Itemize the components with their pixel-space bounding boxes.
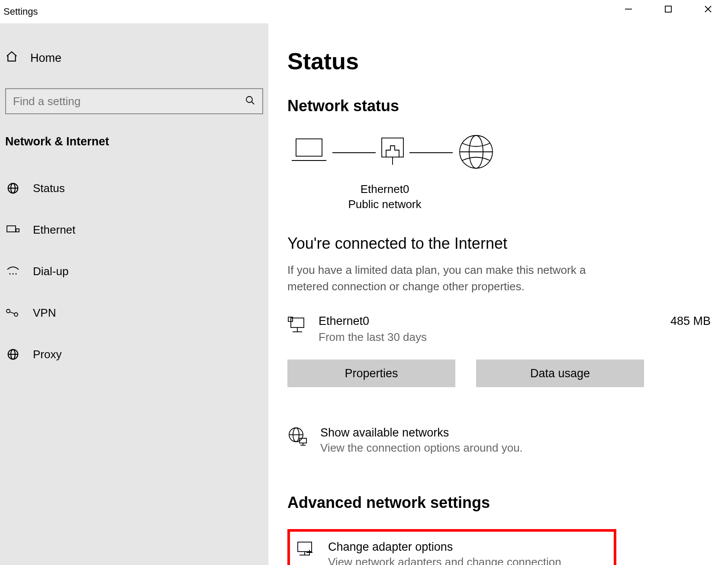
connection-diagram — [287, 132, 711, 173]
show-networks-subtitle: View the connection options around you. — [320, 441, 523, 455]
show-networks-title: Show available networks — [320, 426, 523, 440]
svg-rect-33 — [300, 438, 306, 443]
page-title: Status — [287, 48, 711, 74]
sidebar-item-label: VPN — [33, 306, 56, 320]
connected-heading: You're connected to the Internet — [287, 234, 711, 253]
svg-rect-10 — [16, 229, 19, 232]
svg-rect-21 — [382, 138, 403, 157]
laptop-icon — [287, 135, 331, 171]
sidebar-item-label: Dial-up — [33, 265, 68, 278]
home-icon — [5, 50, 18, 66]
sidebar: Home Network & Internet Status — [0, 23, 268, 565]
properties-button-label: Properties — [345, 367, 398, 380]
search-box[interactable] — [5, 88, 263, 114]
proxy-icon — [5, 348, 21, 361]
globe-icon — [5, 182, 21, 195]
sidebar-section-title: Network & Internet — [5, 135, 268, 148]
adapter-name: Ethernet0 — [319, 315, 670, 328]
sidebar-item-vpn[interactable]: VPN — [0, 297, 268, 328]
svg-rect-9 — [7, 226, 16, 232]
svg-line-5 — [251, 102, 254, 104]
home-label: Home — [30, 51, 61, 65]
connector-line — [332, 152, 376, 153]
ethernet-icon — [5, 225, 21, 235]
search-input[interactable] — [13, 95, 245, 108]
adapter-icon — [287, 315, 319, 337]
window-title: Settings — [0, 6, 38, 17]
main-panel: Status Network status — [268, 23, 728, 565]
internet-globe-icon — [454, 132, 498, 173]
adapter-subtitle: From the last 30 days — [319, 331, 670, 344]
ethernet-port-icon — [377, 135, 408, 171]
dialup-icon — [5, 266, 21, 276]
data-usage-button[interactable]: Data usage — [476, 360, 644, 387]
sidebar-item-label: Status — [33, 182, 65, 195]
svg-line-16 — [10, 312, 15, 314]
svg-rect-20 — [296, 139, 322, 156]
connection-name: Ethernet0 — [222, 183, 547, 196]
advanced-settings-heading: Advanced network settings — [287, 494, 711, 512]
adapter-options-icon — [295, 540, 316, 561]
change-adapter-options[interactable]: Change adapter options View network adap… — [295, 540, 605, 565]
network-status-heading: Network status — [287, 97, 711, 115]
sidebar-item-ethernet[interactable]: Ethernet — [0, 214, 268, 245]
minimize-button[interactable] — [609, 0, 648, 18]
svg-rect-1 — [665, 6, 671, 12]
show-available-networks[interactable]: Show available networks View the connect… — [287, 426, 711, 455]
close-button[interactable] — [688, 0, 728, 18]
sidebar-item-dialup[interactable]: Dial-up — [0, 256, 268, 287]
title-bar: Settings — [0, 0, 728, 23]
sidebar-item-proxy[interactable]: Proxy — [0, 339, 268, 370]
home-nav[interactable]: Home — [0, 45, 268, 71]
change-adapter-subtitle: View network adapters and change connect… — [328, 555, 605, 565]
svg-point-4 — [246, 96, 252, 103]
svg-point-13 — [16, 273, 17, 275]
data-usage-button-label: Data usage — [530, 367, 590, 380]
change-adapter-title: Change adapter options — [328, 540, 605, 554]
connection-type: Public network — [222, 198, 547, 211]
change-adapter-highlight: Change adapter options View network adap… — [287, 529, 616, 565]
connected-description: If you have a limited data plan, you can… — [287, 262, 616, 295]
maximize-button[interactable] — [648, 0, 688, 18]
svg-point-11 — [10, 273, 11, 275]
svg-point-12 — [13, 273, 14, 275]
search-icon — [245, 95, 255, 107]
connector-line — [409, 152, 453, 153]
adapter-usage: 485 MB — [670, 315, 711, 328]
sidebar-item-label: Proxy — [33, 348, 61, 361]
vpn-icon — [5, 308, 21, 317]
globe-monitor-icon — [287, 426, 308, 449]
properties-button[interactable]: Properties — [287, 360, 455, 387]
sidebar-item-label: Ethernet — [33, 223, 75, 237]
